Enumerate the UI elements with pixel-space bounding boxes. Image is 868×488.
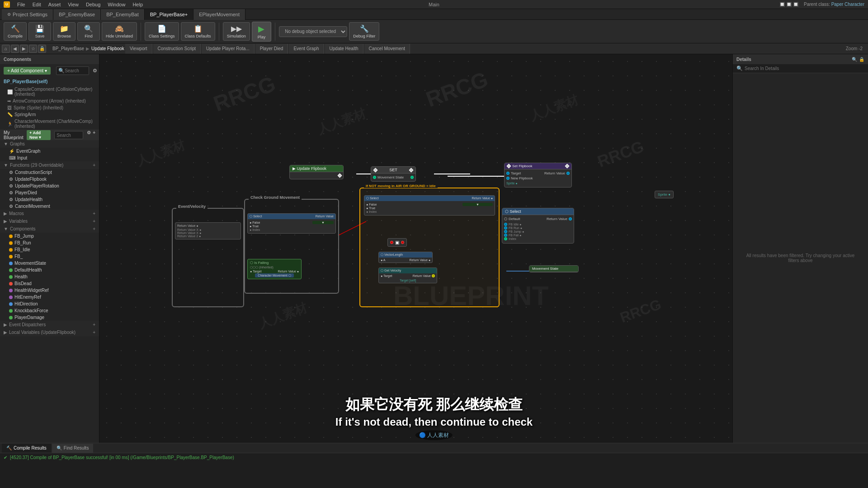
node-movement-state[interactable]: Movement State <box>529 265 579 272</box>
tab-bp-enemybat[interactable]: BP_EnemyBat <box>101 9 145 20</box>
component-springarm[interactable]: 📏 SpringArm <box>0 111 99 118</box>
graph-eventgraph[interactable]: ⚡ EventGraph <box>0 148 99 155</box>
inner-vectorlength-node[interactable]: ⬡ VectorLength ● AReturn Value ● <box>378 252 433 263</box>
tab-bp-playerbase[interactable]: BP_PlayerBase+ <box>145 9 193 20</box>
play-button[interactable]: ▶ Play <box>252 22 272 42</box>
graph-nav-bookmark[interactable]: ☆ <box>29 45 37 53</box>
graph-nav-lock[interactable]: 🔒 <box>38 45 46 53</box>
details-search-input[interactable] <box>745 66 864 71</box>
add-event-dispatcher-button[interactable]: + <box>93 322 95 327</box>
pin-fb-idle-dot[interactable] <box>504 223 507 226</box>
pin-movement-state-out[interactable] <box>410 176 414 179</box>
bottom-tab-compile-results[interactable]: 🔨 Compile Results <box>2 444 51 453</box>
node-set-flipbook[interactable]: Set Flipbook Target Return Value <box>504 163 572 188</box>
add-new-button[interactable]: + Add New ▾ <box>27 130 51 140</box>
inner-check-ground-node[interactable]: ⬡ SelectReturn Value ● False▼ ● True ● I… <box>247 213 336 234</box>
pin-set-exec-out[interactable] <box>409 168 414 172</box>
pin-setflipbook-target-in[interactable] <box>506 172 509 175</box>
pin-setflipbook-newflipbook-in[interactable] <box>506 177 509 180</box>
var-fb-fall[interactable]: FB_ <box>0 253 99 260</box>
add-local-variable-button[interactable]: + <box>93 330 95 335</box>
save-button[interactable]: 💾 Save <box>28 22 51 41</box>
my-blueprint-expand[interactable]: + <box>93 130 95 140</box>
pin-fb-fall-dot[interactable] <box>504 234 507 237</box>
component-search[interactable]: 🔍 <box>56 66 89 75</box>
debug-dropdown[interactable]: No debug object selected <box>279 26 347 37</box>
graph-tab-update-health[interactable]: Update Health <box>325 44 363 54</box>
graph-nav-forward[interactable]: ▶ <box>20 45 28 53</box>
my-blueprint-options[interactable]: ⚙ <box>87 130 91 140</box>
sprite-indicator[interactable]: Sprite ● <box>655 191 674 198</box>
var-hitdirection[interactable]: HitDirection <box>0 300 99 307</box>
pin-fb-jump-dot[interactable] <box>504 230 507 233</box>
component-sprite[interactable]: 🖼 Sprite (Sprite) (Inherited) <box>0 104 99 111</box>
function-updatehealth[interactable]: ⚙ UpdateHealth <box>0 196 99 203</box>
var-health[interactable]: Health <box>0 273 99 280</box>
var-defaulthealth[interactable]: DefaultHealth <box>0 267 99 273</box>
component-charactermovement[interactable]: 🏃 CharacterMovement (CharMoveComp) (Inhe… <box>0 118 99 130</box>
function-updateplayerrotation[interactable]: ⚙ UpdatePlayerRotation <box>0 183 99 189</box>
pin-movement-state-in[interactable] <box>373 176 376 179</box>
inner-getvelocity-node[interactable]: ⬡ Get Velocity ● TargetReturn Value Targ… <box>378 267 437 283</box>
graph-tab-viewport[interactable]: Viewport <box>125 44 152 54</box>
node-select-right[interactable]: ⬡ Select Default Return Value FB Idle ● <box>502 208 574 244</box>
menu-view[interactable]: View <box>64 1 82 8</box>
tab-eplayermovement[interactable]: EPlayerMovement <box>193 9 245 20</box>
graph-tab-player-died[interactable]: Player Died <box>255 44 288 54</box>
var-fb-idle[interactable]: FB_Idle <box>0 246 99 253</box>
var-fb-jump[interactable]: FB_Jump <box>0 233 99 239</box>
my-blueprint-search[interactable] <box>54 131 83 139</box>
browse-button[interactable]: 📁 Browse <box>53 22 75 41</box>
function-cancelmovement[interactable]: ⚙ CancelMovement <box>0 203 99 210</box>
node-update-flipbook[interactable]: ▶ Update Flipbook <box>289 165 344 179</box>
menu-help[interactable]: Help <box>129 1 146 8</box>
graph-tab-event-graph[interactable]: Event Graph <box>289 44 324 54</box>
pin-setflipbook-exec-out[interactable] <box>565 164 570 169</box>
var-playerdamage[interactable]: PlayerDamage <box>0 314 99 321</box>
compile-button[interactable]: 🔨 Compile <box>4 22 27 41</box>
inner-isfalling-node[interactable]: ⬡ Is Falling ⬡⬡⬡ (Inherited) ● TargetRet… <box>247 259 302 279</box>
add-component-bp-button[interactable]: + <box>93 226 95 231</box>
tab-bp-enemybase[interactable]: BP_EnemyBase <box>53 9 101 20</box>
graph-tab-construction-script[interactable]: Construction Script <box>153 44 201 54</box>
add-macro-button[interactable]: + <box>93 211 95 216</box>
find-button[interactable]: 🔍 Find <box>77 22 100 41</box>
class-settings-button[interactable]: 📄 Class Settings <box>145 22 179 41</box>
add-variable-button[interactable]: + <box>93 219 95 224</box>
menu-edit[interactable]: Edit <box>29 1 45 8</box>
pin-select-return[interactable] <box>569 217 572 221</box>
debug-filter-button[interactable]: 🔧 Debug Filter <box>349 22 379 41</box>
bottom-tab-find-results[interactable]: 🔍 Find Results <box>52 444 94 453</box>
var-fb-run[interactable]: FB_Run <box>0 239 99 246</box>
inner-select-node[interactable]: ⬡ SelectReturn Value ● ● False▼ ● True ●… <box>364 195 495 216</box>
pin-set-exec-in[interactable] <box>373 168 378 172</box>
details-search-icon[interactable]: 🔍 <box>852 57 857 62</box>
details-lock-icon[interactable]: 🔒 <box>859 57 864 62</box>
menu-asset[interactable]: Asset <box>45 1 65 8</box>
var-hitenemyref[interactable]: HitEnemyRef <box>0 294 99 300</box>
menu-file[interactable]: File <box>14 1 29 8</box>
tab-project-settings[interactable]: ⚙ Project Settings <box>2 9 53 20</box>
function-playerdied[interactable]: ⚙ PlayerDied <box>0 189 99 196</box>
pin-fb-run-dot[interactable] <box>504 226 507 230</box>
pin-setflipbook-return[interactable] <box>566 172 570 175</box>
function-updateflipbook[interactable]: ⚙ UpdateFlipbook <box>0 176 99 183</box>
var-knockbackforce[interactable]: KnockbackForce <box>0 307 99 314</box>
pin-exec-out[interactable] <box>338 174 342 178</box>
component-search-options[interactable]: ⚙ <box>93 68 97 74</box>
add-component-button[interactable]: + Add Component ▾ <box>4 67 51 75</box>
function-constructionscript[interactable]: ⚙ ConstructionScript <box>0 169 99 176</box>
component-capsule[interactable]: ⬜ CapsuleComponent (CollisionCylinder) (… <box>0 86 99 98</box>
component-search-input[interactable] <box>65 68 87 73</box>
inner-logic-node[interactable]: ▣ <box>387 238 407 247</box>
pin-setflipbook-exec-in[interactable] <box>507 164 511 169</box>
component-arrow[interactable]: ➡ ArrowComponent (Arrow) (Inherited) <box>0 98 99 104</box>
pin-select-default-in[interactable] <box>504 217 507 221</box>
inner-velocity-node[interactable]: Return Value ● Return Value X ● Return V… <box>175 222 241 239</box>
graph-tab-update-player[interactable]: Update Player Rota... <box>202 44 255 54</box>
var-bisdead[interactable]: BisDead <box>0 280 99 287</box>
var-healthwidgetref[interactable]: HealthWidgetRef <box>0 287 99 294</box>
menu-window[interactable]: Window <box>104 1 129 8</box>
pin-select-index-dot[interactable] <box>504 237 507 240</box>
graph-input[interactable]: ⌨ Input <box>0 155 99 161</box>
